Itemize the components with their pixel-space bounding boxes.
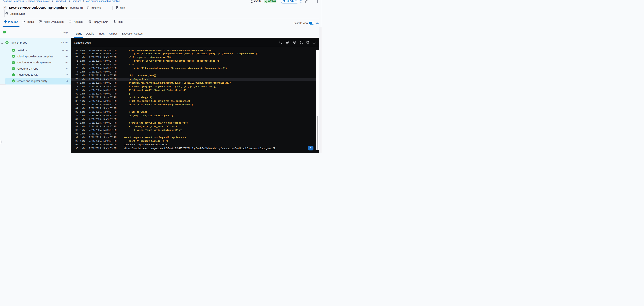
svg-text:</>: </>	[88, 7, 89, 8]
